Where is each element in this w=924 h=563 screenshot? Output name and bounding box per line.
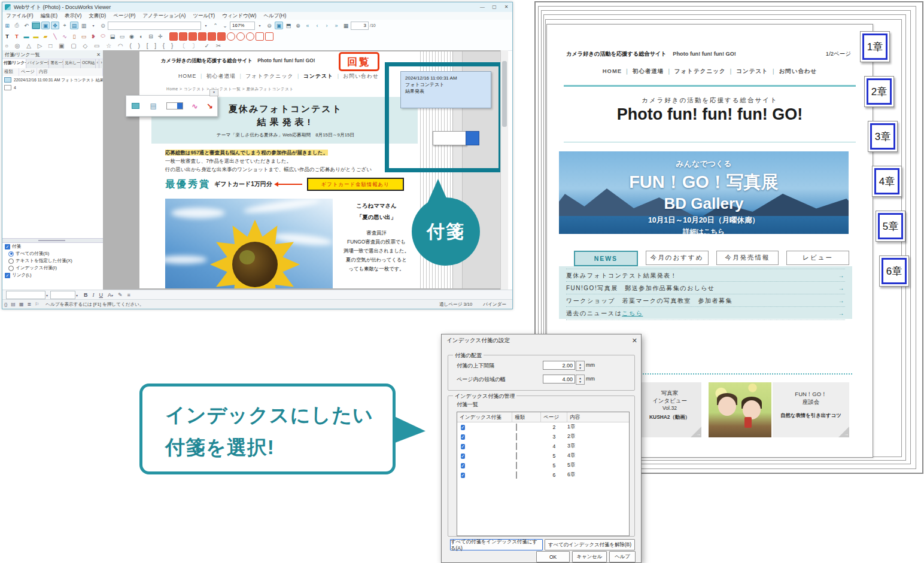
bold-icon[interactable]: B [84, 292, 88, 298]
zoom-dropdown-icon[interactable]: ▾ [256, 22, 264, 29]
text-annotation-icon[interactable]: T [3, 32, 11, 40]
move-icon[interactable]: ✛ [156, 32, 165, 40]
shape-icons[interactable]: ○ ◎ △ ▷ □ ▣ ▢ ◇ ▭ ☆ ◠ ( ) [ ] { } 〔 〕 ✓ … [2, 42, 223, 50]
search-prev-icon[interactable]: ⌃ [211, 22, 220, 29]
tabs-prev-icon[interactable]: ‹ [96, 59, 100, 68]
roundtable-card[interactable]: FUN！GO！ 座談会 自然な表情を引き出すコツ → [773, 382, 849, 437]
date-note-tool-icon[interactable]: ▤ [149, 102, 157, 110]
spacing-input[interactable]: 2.00 [543, 361, 575, 370]
yellow-marker-icon[interactable]: ▬ [32, 32, 40, 40]
table-row[interactable]: ✓ 3 2章 [457, 432, 629, 442]
zoom-out-icon[interactable]: ⊖ [265, 22, 273, 29]
sticky-note-annotation[interactable]: 2024/12/16 11:00:31 AM フォトコンテスト 結果発表 [400, 71, 491, 108]
table-row[interactable]: ✓ 5 5章 [457, 461, 629, 470]
index-fusen-radio[interactable] [8, 266, 14, 271]
news-link[interactable]: こちら [622, 309, 643, 318]
row-checkbox[interactable]: ✓ [461, 473, 465, 478]
nav-phototech[interactable]: フォトテクニック [245, 73, 293, 79]
media-icon[interactable]: ◐ [137, 32, 145, 40]
status-icon-list[interactable]: ▤ [11, 302, 16, 307]
red-text-annotation-icon[interactable]: T [13, 32, 21, 40]
fit-page-icon[interactable]: ▣ [275, 22, 283, 29]
nav-home[interactable]: HOME [178, 73, 196, 79]
nav-contest[interactable]: コンテスト [736, 68, 768, 74]
search-dropdown-icon[interactable]: ▾ [202, 22, 210, 29]
lock-icon[interactable]: ⬓ [108, 32, 117, 40]
stamp-icon-8[interactable] [265, 32, 273, 41]
close-button[interactable]: ✕ [500, 3, 512, 11]
freehand-icon[interactable]: ∿ [60, 32, 69, 40]
link-icon[interactable]: ▭ [118, 32, 126, 40]
text-select-icon[interactable]: ⌖ [60, 22, 69, 29]
cancel-button[interactable]: キャンセル [572, 551, 607, 562]
status-icon-braces[interactable]: {} [4, 302, 7, 307]
panel-splitter[interactable] [2, 238, 103, 243]
nav-contest[interactable]: コンテスト [303, 73, 333, 79]
search-input[interactable] [108, 22, 201, 30]
menu-document[interactable]: 文書(D) [85, 13, 110, 20]
menu-tool[interactable]: ツール(T) [189, 13, 218, 20]
minimize-button[interactable]: — [476, 3, 488, 11]
undo-icon[interactable]: ↶ [22, 22, 31, 29]
index-tab-6[interactable]: 6章 [879, 255, 909, 287]
text-fusen-radio[interactable] [8, 258, 14, 264]
ok-button[interactable]: OK [536, 551, 570, 562]
index-tab-1[interactable]: 1章 [860, 31, 890, 62]
row-checkbox[interactable]: ✓ [461, 444, 465, 449]
fusen-row[interactable]: 2 2024/12/16 11:00:31 AM フォトコンテスト 結果発表 [2, 76, 103, 84]
nav-beginner[interactable]: 初心者道場 [206, 73, 236, 79]
col-type[interactable]: 種類 [512, 412, 541, 422]
tab-fusen-link[interactable]: 付箋/リンク一覧 [2, 59, 26, 68]
news-item[interactable]: FUN!GO!写真展 郵送参加作品募集のおしらせ → [566, 281, 845, 294]
zoom-select[interactable]: 167% [230, 22, 255, 30]
round-stamp-icon-1[interactable] [227, 32, 235, 41]
col-page[interactable]: ページ [19, 68, 37, 76]
search-next-icon[interactable]: ⌄ [221, 22, 229, 29]
dialog-close-icon[interactable]: ✕ [632, 337, 637, 345]
col-content[interactable]: 内容 [37, 68, 103, 76]
nav-home[interactable]: HOME [603, 68, 622, 74]
stamp-icon-2[interactable] [179, 32, 187, 41]
row-checkbox[interactable]: ✓ [461, 454, 465, 459]
tab-review[interactable]: レビュー [786, 251, 849, 265]
col-page[interactable]: ページ [541, 412, 567, 422]
pan-tool-icon[interactable] [32, 22, 40, 29]
index-tab-3[interactable]: 3章 [868, 121, 898, 152]
index-fusen-tab-annotation[interactable] [433, 131, 467, 145]
stamp-icon-3[interactable] [189, 32, 197, 41]
table-row[interactable]: ✓ 6 6章 [457, 470, 629, 480]
row-checkbox[interactable]: ✓ [461, 425, 465, 430]
print-icon[interactable]: ⎙ [13, 22, 21, 29]
line-icon[interactable]: ╲ [51, 32, 59, 40]
sticky-tool-icon[interactable] [131, 102, 139, 110]
crumb-contest[interactable]: コンテスト [184, 87, 205, 91]
status-icon-grid[interactable]: ▦ [19, 302, 24, 307]
tab-news[interactable]: NEWS [574, 251, 638, 266]
crumb-home[interactable]: Home [166, 87, 178, 91]
link-row[interactable]: 4 [2, 84, 103, 92]
fusen-checkbox[interactable]: ✓ [5, 244, 10, 249]
open-icon[interactable]: ⊞ [3, 22, 11, 29]
help-button[interactable]: ヘルプ [609, 551, 636, 562]
prev-page-icon[interactable]: ‹ [313, 22, 321, 29]
hero-banner[interactable]: みんなでつくる FUN！GO！写真展 BD Gallery 10月1日～10月2… [559, 151, 849, 234]
menu-view[interactable]: 表示(V) [61, 13, 85, 20]
stamp-icon-6[interactable] [217, 32, 226, 41]
spacing-spinner[interactable]: ▲▼ [576, 361, 585, 371]
stamp-icon-1[interactable] [169, 32, 178, 41]
kairan-stamp-annotation[interactable]: 回覧 [339, 52, 379, 71]
stamp-icon-4[interactable] [198, 32, 206, 41]
first-page-icon[interactable]: « [303, 22, 312, 29]
highlight-pen-icon[interactable]: ▰ [41, 32, 50, 40]
italic-icon[interactable]: I [93, 292, 95, 298]
dropdown-icon[interactable]: ▾ [89, 22, 98, 29]
teal-marker-icon[interactable]: ▬ [22, 32, 31, 40]
underline-icon[interactable]: U [99, 292, 104, 298]
stamp-icon-7[interactable] [256, 32, 264, 41]
maximize-button[interactable]: ▢ [488, 3, 500, 11]
pen-icon[interactable]: ✎ [118, 292, 123, 298]
thumbnail-icon[interactable]: ▦ [342, 22, 350, 29]
next-page-icon[interactable]: › [323, 22, 331, 29]
menu-edit[interactable]: 編集(E) [37, 13, 61, 20]
vertical-scrollbar[interactable] [500, 50, 508, 290]
